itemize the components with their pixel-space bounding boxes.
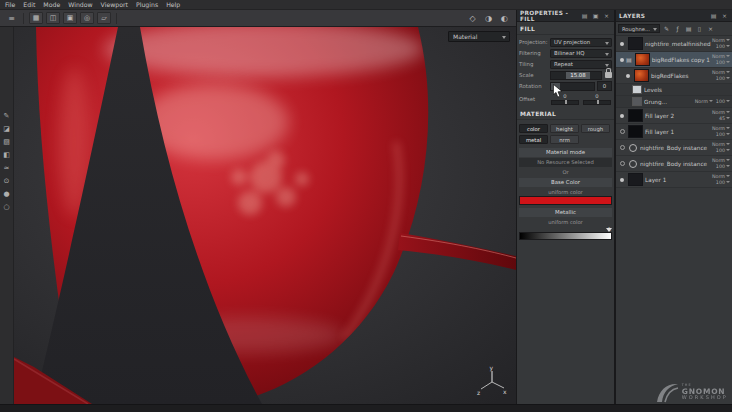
layer-row[interactable]: Fill layer 2 Norm 45 [616,108,732,124]
visibility-eye-icon[interactable] [618,145,626,150]
grid-icon[interactable]: ▦ [29,12,43,24]
panel-menu-icon[interactable]: ▤ [709,11,718,20]
scale-slider[interactable]: 15.08 [550,71,602,80]
axis-gizmo[interactable]: y x z [476,366,508,398]
panel-menu-icon[interactable]: ▤ [580,11,589,20]
material-picker-tool-icon[interactable]: ● [1,189,12,199]
opacity-value[interactable]: 100 [716,132,730,138]
opacity-value[interactable]: 45 [719,116,730,122]
polygon-fill-tool-icon[interactable]: ◧ [1,150,12,160]
layer-row[interactable]: Layer 1 Norm 100 [616,172,732,188]
focus-icon[interactable]: ◎ [80,12,94,24]
shading-mode-icon[interactable]: ◑ [482,12,495,25]
menu-item-help[interactable]: Help [166,0,180,10]
scale-value[interactable]: 15.08 [566,72,590,79]
rotation-value[interactable]: 0 [597,81,612,91]
layer-effect-row[interactable]: Levels [616,84,732,96]
menu-item-edit[interactable]: Edit [23,0,35,10]
material-mode-header[interactable]: Material mode [519,148,612,157]
visibility-eye-icon[interactable] [618,161,626,166]
layer-row-selected[interactable]: ▤ bigRedFlakes copy 1 Norm 100 [616,52,732,68]
visibility-eye-icon[interactable] [618,178,626,182]
layer-thumbnail[interactable] [628,125,643,138]
gradient-handle-icon[interactable] [606,228,612,232]
layer-row[interactable]: bigRedFlakes Norm 100 [616,68,732,84]
opacity-value[interactable]: 100 [716,148,730,154]
lock-icon[interactable] [605,72,612,78]
close-icon[interactable]: × [720,11,729,20]
slider-notch[interactable] [597,100,599,104]
stack-icon[interactable]: ▤ [684,24,693,33]
offset-label: Offset [519,96,548,102]
layer-row[interactable]: Fill layer 1 Norm 100 [616,124,732,140]
channel-filter-select[interactable]: Roughne... [618,24,660,33]
menu-item-file[interactable]: File [5,0,15,10]
metallic-gradient-slider[interactable] [519,232,612,240]
visibility-eye-icon[interactable] [618,42,626,46]
perspective-icon[interactable]: ▱ [97,12,111,24]
layer-thumbnail[interactable] [628,173,643,186]
layer-name: nightfire_Body instance [640,161,712,167]
layer-thumbnail[interactable] [628,37,643,50]
opacity-value[interactable]: 100 [716,44,730,50]
visibility-eye-icon[interactable] [624,74,632,78]
metallic-header[interactable]: Metallic [519,208,612,217]
camera-icon[interactable]: ◇ [466,12,479,25]
main-menu-icon[interactable]: ≡ [5,12,18,25]
render-mode-icon[interactable]: ◐ [498,12,511,25]
smudge-tool-icon[interactable]: ≈ [1,163,12,173]
channel-rough-button[interactable]: rough [581,124,610,133]
dock-icon[interactable]: ▣ [591,11,600,20]
blend-mode[interactable]: Norm [695,99,713,105]
opacity-value[interactable]: 100 [716,60,730,66]
projection-label: Projection: [519,39,548,45]
projection-select[interactable]: UV projection [550,38,612,47]
effects-icon[interactable]: ƒ [673,24,682,33]
channel-height-button[interactable]: height [550,124,579,133]
status-bar [0,404,732,412]
channel-color-button[interactable]: color [519,124,548,133]
menu-item-viewport[interactable]: Viewport [101,0,128,10]
layer-thumbnail[interactable] [634,69,649,82]
eraser-tool-icon[interactable]: ◪ [1,124,12,134]
projection-tool-icon[interactable]: ▨ [1,137,12,147]
close-icon[interactable]: × [602,11,611,20]
layer-thumbnail[interactable] [635,53,650,66]
opacity-value[interactable]: 100 [716,164,730,170]
brush-icon[interactable]: ✎ [662,24,671,33]
mouse-cursor [553,84,563,98]
snap-icon[interactable]: ▣ [63,12,77,24]
layer-row[interactable]: nightfire_metalfinished Norm 100 [616,36,732,52]
base-color-swatch[interactable] [519,196,612,205]
delete-icon[interactable]: × [706,24,715,33]
menu-item-plugins[interactable]: Plugins [136,0,158,10]
filtering-select[interactable]: Bilinear HQ [550,49,612,58]
offset-v-slider[interactable]: 0 [582,94,612,105]
shading-mode-select[interactable]: Material [448,31,510,42]
channel-metal-button[interactable]: metal [519,135,548,144]
menu-item-mode[interactable]: Mode [43,0,60,10]
channel-nrm-button[interactable]: nrm [550,135,579,144]
visibility-eye-icon[interactable] [618,129,626,134]
menu-item-window[interactable]: Window [68,0,92,10]
layer-effect-row[interactable]: Grung... Norm 100 [616,96,732,108]
layer-thumbnail[interactable] [628,109,643,122]
layer-row[interactable]: nightfire_Body instance Norm 100 [616,156,732,172]
quick-mask-tool-icon[interactable]: ○ [1,202,12,212]
opacity-value[interactable]: 100 [716,76,730,82]
tiling-select[interactable]: Repeat [550,60,612,69]
mask-icon[interactable]: ▯ [695,24,704,33]
layer-row[interactable]: nightfire_Body instance Norm 100 [616,140,732,156]
visibility-eye-icon[interactable] [618,58,626,62]
visibility-eye-icon[interactable] [618,114,626,118]
opacity-value[interactable]: 100 [716,99,730,105]
mirror-icon[interactable]: ◫ [46,12,60,24]
opacity-value[interactable]: 100 [716,180,730,186]
material-resource-slot[interactable]: No Resource Selected [519,158,612,167]
viewport[interactable]: Material y x z [14,27,516,404]
clone-tool-icon[interactable]: ⊙ [1,176,12,186]
paint-tool-icon[interactable]: ✎ [1,111,12,121]
slider-notch[interactable] [565,100,567,104]
layer-name: bigRedFlakes [651,73,712,79]
base-color-header[interactable]: Base Color [519,178,612,187]
